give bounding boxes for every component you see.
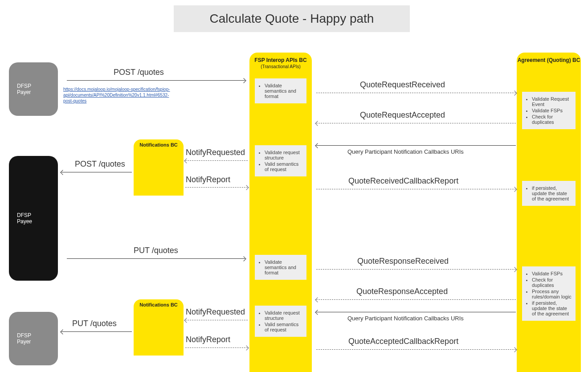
label-query-callbacks-2: Query Participant Notification Callbacks… xyxy=(347,315,464,322)
arrow-quote-response-received xyxy=(316,269,516,270)
step-text: Process any rules/domain logic xyxy=(532,289,572,299)
lifeline-notifications-2: Notifications BC xyxy=(134,299,184,356)
label-query-callbacks-1: Query Participant Notification Callbacks… xyxy=(347,148,464,155)
step-text: Check for duplicates xyxy=(532,114,572,125)
arrow-notify-report-2 xyxy=(185,347,248,348)
arrow-quote-request-accepted xyxy=(316,123,516,124)
label-quote-response-received: QuoteResponseReceived xyxy=(357,257,449,266)
participant-label: DFSP xyxy=(17,212,31,218)
step-text: Validate semantics and format xyxy=(265,259,303,275)
label-notify-requested-1: NotifyRequested xyxy=(186,148,245,157)
step-text: Check for duplicates xyxy=(532,277,572,288)
participant-label: Payer xyxy=(17,89,31,95)
label-put-quotes-1: PUT /quotes xyxy=(134,246,178,255)
step-text: Valid semantics of request xyxy=(265,161,303,172)
step-text: Validate request structure xyxy=(265,150,303,160)
participant-dfsp-payer-2: DFSP Payer xyxy=(9,312,58,365)
lifeline-header: Agreement (Quoting) BC xyxy=(517,57,581,63)
arrow-notify-report-1 xyxy=(185,187,248,188)
participant-label: DFSP xyxy=(17,332,31,339)
label-post-quotes-2: POST /quotes xyxy=(75,159,125,169)
step-fsp-validate-4: Validate request structure Valid semanti… xyxy=(255,306,306,337)
arrow-quote-received-callback xyxy=(316,189,516,190)
participant-dfsp-payer-1: DFSP Payer xyxy=(9,62,58,116)
participant-dfsp-payee: DFSP Payee xyxy=(9,156,58,281)
step-fsp-validate-2: Validate request structure Valid semanti… xyxy=(255,145,306,176)
arrow-put-quotes-1 xyxy=(67,258,245,259)
label-put-quotes-2: PUT /quotes xyxy=(72,319,117,328)
step-agreement-1: Validate Request Event Validate FSPs Che… xyxy=(522,92,576,129)
label-quote-request-received: QuoteRequestReceived xyxy=(360,80,445,90)
link-api-spec[interactable]: https://docs.mojaloop.io/mojaloop-specif… xyxy=(63,86,175,104)
label-post-quotes-1: POST /quotes xyxy=(114,68,164,77)
participant-label: Payer xyxy=(17,339,31,345)
step-text: Validate FSPs xyxy=(532,108,572,113)
lifeline-notifications-1: Notifications BC xyxy=(134,139,184,196)
step-text: Validate FSPs xyxy=(532,271,572,276)
step-agreement-2: if persisted, update the state of the ag… xyxy=(522,181,576,206)
label-quote-accepted-callback: QuoteAcceptedCallbackReport xyxy=(348,337,458,346)
arrow-quote-response-accepted xyxy=(316,299,516,300)
arrow-quote-request-received xyxy=(316,93,516,94)
step-fsp-validate-1: Validate semantics and format xyxy=(255,78,306,103)
arrow-quote-accepted-callback xyxy=(316,349,516,350)
arrow-query-callbacks-2 xyxy=(316,312,516,313)
step-fsp-validate-3: Validate semantics and format xyxy=(255,255,306,280)
step-text: Valid semantics of request xyxy=(265,322,303,332)
label-notify-report-2: NotifyReport xyxy=(186,335,230,344)
label-quote-received-callback: QuoteReceivedCallbackReport xyxy=(348,176,458,186)
lifeline-header: FSP Interop APIs BC xyxy=(249,57,312,63)
participant-label: DFSP xyxy=(17,83,31,89)
label-notify-report-1: NotifyReport xyxy=(186,175,230,184)
arrow-notify-requested-1 xyxy=(185,160,248,161)
step-agreement-3: Validate FSPs Check for duplicates Proce… xyxy=(522,266,576,321)
lifeline-header: Notifications BC xyxy=(134,142,184,147)
label-quote-request-accepted: QuoteRequestAccepted xyxy=(360,110,445,120)
arrow-query-callbacks-1 xyxy=(316,145,516,146)
label-quote-response-accepted: QuoteResponseAccepted xyxy=(356,287,448,296)
step-text: Validate request structure xyxy=(265,310,303,321)
lifeline-subheader: (Transactional APIs) xyxy=(249,64,312,69)
step-text: Validate Request Event xyxy=(532,96,572,107)
step-text: if persisted, update the state of the ag… xyxy=(532,185,572,201)
step-text: if persisted, update the state of the ag… xyxy=(532,300,572,316)
arrow-post-quotes-1 xyxy=(67,80,245,81)
diagram-title: Calculate Quote - Happy path xyxy=(174,5,410,32)
arrow-notify-requested-2 xyxy=(185,320,248,321)
arrow-put-quotes-2 xyxy=(61,331,132,332)
participant-label: Payee xyxy=(17,218,32,225)
step-text: Validate semantics and format xyxy=(265,83,303,99)
lifeline-header: Notifications BC xyxy=(134,302,184,307)
arrow-post-quotes-2 xyxy=(61,172,132,173)
label-notify-requested-2: NotifyRequested xyxy=(186,307,245,317)
